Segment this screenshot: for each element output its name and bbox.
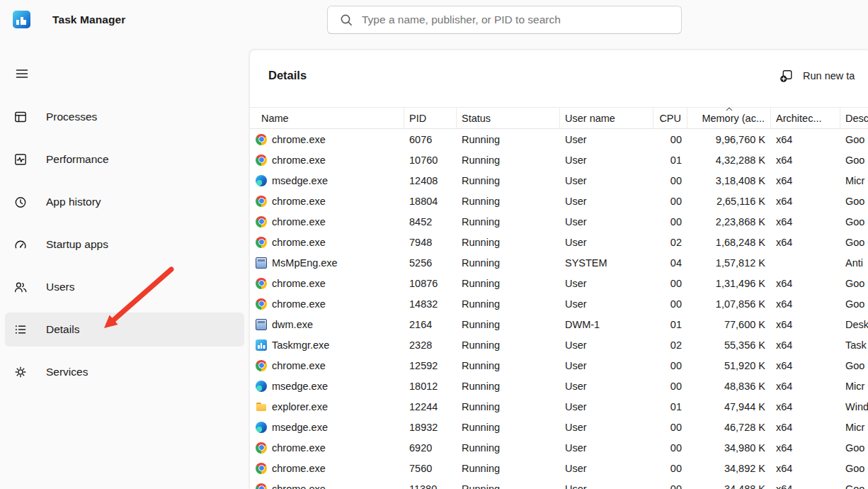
- process-name: msedge.exe: [272, 175, 328, 186]
- table-row[interactable]: msedge.exe 18932 Running User 00 46,728 …: [256, 417, 868, 437]
- process-pid: 6920: [404, 442, 457, 454]
- process-user-name: User: [560, 381, 653, 392]
- process-status: Running: [457, 154, 560, 166]
- process-memory: 2,23,868 K: [687, 216, 771, 227]
- table-row[interactable]: dwm.exe 2164 Running DWM-1 01 77,600 K x…: [256, 314, 868, 335]
- users-icon: [13, 280, 28, 294]
- run-new-task-button[interactable]: Run new ta: [780, 67, 855, 84]
- column-header-cpu[interactable]: CPU: [653, 108, 687, 128]
- process-memory: 1,57,812 K: [687, 257, 771, 269]
- process-cpu: 01: [653, 319, 687, 330]
- sidebar-item-details[interactable]: Details: [5, 313, 244, 347]
- process-description: Goo: [840, 237, 868, 248]
- process-architecture: x64: [771, 483, 840, 489]
- process-cpu: 00: [653, 278, 687, 289]
- search-icon: [339, 13, 353, 27]
- process-memory: 48,836 K: [687, 381, 771, 392]
- column-header-user-name[interactable]: User name: [560, 108, 653, 128]
- app-title: Task Manager: [52, 13, 125, 26]
- process-cpu: 02: [653, 237, 687, 248]
- table-row[interactable]: chrome.exe 7948 Running User 02 1,68,248…: [256, 232, 868, 252]
- process-user-name: User: [560, 463, 653, 474]
- taskmgr-icon: [256, 339, 267, 351]
- process-pid: 10760: [404, 154, 457, 166]
- table-row[interactable]: chrome.exe 8452 Running User 00 2,23,868…: [256, 211, 868, 232]
- process-user-name: User: [560, 442, 653, 454]
- process-user-name: User: [560, 154, 653, 166]
- column-header-pid[interactable]: PID: [404, 108, 457, 128]
- column-header-architecture[interactable]: Architec...: [771, 108, 840, 128]
- process-architecture: x64: [771, 463, 840, 474]
- chrome-icon: [256, 278, 267, 289]
- process-description: Wind: [840, 401, 868, 412]
- chrome-icon: [256, 360, 267, 371]
- column-header-name[interactable]: Name: [256, 108, 404, 128]
- table-row[interactable]: msedge.exe 18012 Running User 00 48,836 …: [256, 376, 868, 396]
- table-row[interactable]: explorer.exe 12244 Running User 01 47,94…: [256, 396, 868, 417]
- process-memory: 34,488 K: [687, 483, 771, 489]
- column-header-status[interactable]: Status: [457, 108, 560, 128]
- run-new-task-label: Run new ta: [803, 70, 855, 82]
- process-user-name: User: [560, 278, 653, 289]
- process-cpu: 00: [653, 381, 687, 392]
- process-description: Goo: [840, 483, 868, 489]
- search-input[interactable]: [362, 13, 673, 26]
- services-icon: [13, 365, 28, 379]
- details-panel: Details Run new ta Name PID Status User …: [249, 50, 868, 489]
- process-cpu: 02: [653, 339, 687, 351]
- table-row[interactable]: MsMpEng.exe 5256 Running SYSTEM 04 1,57,…: [256, 252, 868, 273]
- process-status: Running: [457, 401, 560, 412]
- sidebar-item-label: Users: [46, 281, 74, 293]
- column-header-description[interactable]: Desc: [840, 108, 868, 128]
- edge-icon: [256, 381, 267, 392]
- table-row[interactable]: chrome.exe 10760 Running User 01 4,32,28…: [256, 150, 868, 170]
- sidebar-item-label: Services: [46, 366, 88, 378]
- sidebar-item-app-history[interactable]: App history: [5, 185, 244, 219]
- search-box[interactable]: [327, 6, 682, 34]
- table-row[interactable]: chrome.exe 18804 Running User 00 2,65,11…: [256, 191, 868, 211]
- column-header-memory[interactable]: Memory (ac...: [687, 108, 771, 128]
- process-name: msedge.exe: [272, 381, 328, 392]
- sidebar-item-label: Startup apps: [46, 238, 108, 251]
- table-row[interactable]: msedge.exe 12408 Running User 00 3,18,40…: [256, 170, 868, 191]
- hamburger-icon: [15, 67, 29, 81]
- process-user-name: DWM-1: [560, 319, 653, 330]
- process-user-name: User: [560, 483, 653, 489]
- table-row[interactable]: chrome.exe 6076 Running User 00 9,96,760…: [256, 129, 868, 150]
- table-row[interactable]: chrome.exe 10876 Running User 00 1,31,49…: [256, 273, 868, 293]
- table-row[interactable]: chrome.exe 6920 Running User 00 34,980 K…: [256, 437, 868, 458]
- sidebar-item-performance[interactable]: Performance: [5, 142, 244, 176]
- process-cpu: 00: [653, 175, 687, 186]
- table-row[interactable]: chrome.exe 12592 Running User 00 51,920 …: [256, 355, 868, 376]
- sidebar-item-services[interactable]: Services: [5, 355, 244, 389]
- process-status: Running: [457, 422, 560, 433]
- sidebar-item-label: Details: [46, 323, 79, 336]
- process-cpu: 04: [653, 257, 687, 269]
- process-status: Running: [457, 463, 560, 474]
- process-description: Micr: [840, 422, 868, 433]
- process-description: Goo: [840, 196, 868, 207]
- process-status: Running: [457, 134, 560, 145]
- process-description: Goo: [840, 154, 868, 166]
- process-name: chrome.exe: [272, 134, 326, 145]
- table-row[interactable]: chrome.exe 7560 Running User 00 34,892 K…: [256, 458, 868, 478]
- process-user-name: User: [560, 134, 653, 145]
- process-cpu: 01: [653, 401, 687, 412]
- table-row[interactable]: Taskmgr.exe 2328 Running User 02 55,356 …: [256, 335, 868, 355]
- table-row[interactable]: chrome.exe 14832 Running User 00 1,07,85…: [256, 293, 868, 314]
- process-pid: 10876: [404, 278, 457, 289]
- sidebar-item-users[interactable]: Users: [5, 270, 244, 304]
- sidebar-item-label: Performance: [46, 153, 109, 166]
- process-cpu: 00: [653, 422, 687, 433]
- process-status: Running: [457, 257, 560, 269]
- process-architecture: x64: [771, 401, 840, 412]
- sidebar-item-startup-apps[interactable]: Startup apps: [5, 227, 244, 262]
- table-row[interactable]: chrome.exe 11380 Running User 00 34,488 …: [256, 478, 868, 489]
- chrome-icon: [256, 196, 267, 207]
- sidebar-item-processes[interactable]: Processes: [5, 100, 244, 134]
- process-description: Goo: [840, 298, 868, 310]
- title-bar: Task Manager: [0, 0, 868, 50]
- process-description: Goo: [840, 360, 868, 371]
- process-cpu: 00: [653, 196, 687, 207]
- hamburger-menu-button[interactable]: [8, 61, 35, 86]
